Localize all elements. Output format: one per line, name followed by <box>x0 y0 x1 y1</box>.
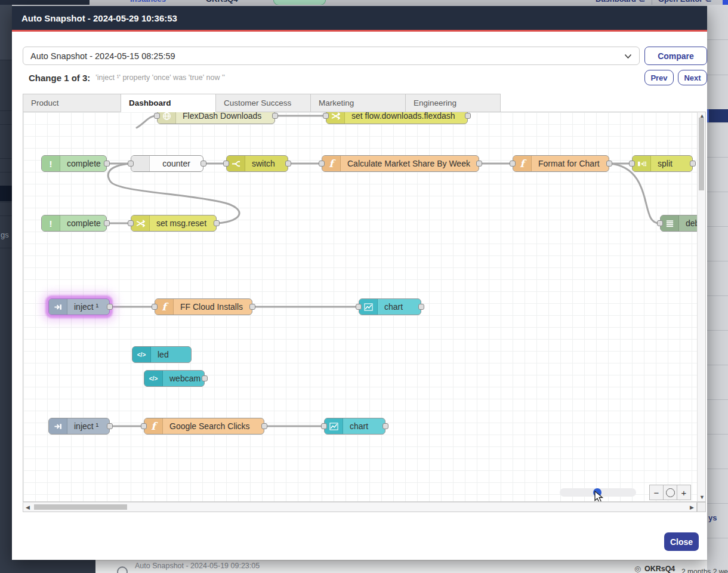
snapshot-compare-modal: Auto Snapshot - 2024-05-29 10:36:53 Auto… <box>12 6 707 560</box>
output-port[interactable] <box>418 304 424 310</box>
tab-marketing[interactable]: Marketing <box>310 94 406 112</box>
output-port[interactable] <box>200 161 206 167</box>
nav-instances-link[interactable]: Instances <box>130 0 166 4</box>
close-button[interactable]: Close <box>664 532 699 551</box>
tab-dashboard[interactable]: Dashboard <box>121 94 216 112</box>
vertical-scroll-thumb[interactable] <box>699 118 704 190</box>
next-button[interactable]: Next <box>678 70 707 85</box>
sidebar-footer <box>0 560 95 573</box>
circle-icon <box>666 488 675 497</box>
node-debug[interactable]: debug <box>660 215 697 232</box>
modal-title: Auto Snapshot - 2024-05-29 10:36:53 <box>12 13 177 23</box>
flow-tabs: Product Dashboard Customer Success Marke… <box>23 94 500 112</box>
open-editor-link[interactable]: Open Editor <box>658 0 711 4</box>
input-port[interactable] <box>657 220 663 226</box>
output-port[interactable] <box>261 423 267 429</box>
dashboard-link[interactable]: Dashboard <box>596 0 644 4</box>
inject-icon <box>49 299 67 315</box>
node-counter[interactable]: counter <box>131 155 203 172</box>
zoom-in-button[interactable]: + <box>677 485 691 500</box>
switch-icon <box>227 156 245 171</box>
node-complete-1[interactable]: ! complete <box>41 155 107 172</box>
tab-engineering[interactable]: Engineering <box>405 94 501 112</box>
output-port[interactable] <box>202 375 208 381</box>
output-port[interactable] <box>104 220 110 226</box>
zoom-reset-button[interactable] <box>663 485 677 500</box>
output-port[interactable] <box>249 304 255 310</box>
canvas-horizontal-scrollbar[interactable]: ◀ ▶ <box>23 502 697 512</box>
node-complete-2[interactable]: ! complete <box>41 215 107 232</box>
output-port[interactable] <box>107 423 113 429</box>
change-icon <box>326 112 345 124</box>
output-port[interactable] <box>285 161 291 167</box>
input-port[interactable] <box>128 161 134 167</box>
exclamation-icon: ! <box>42 215 60 231</box>
node-set-msg-reset[interactable]: set msg.reset <box>131 215 217 232</box>
output-port[interactable] <box>104 161 110 167</box>
topbar-dark-corner <box>0 0 90 5</box>
input-port[interactable] <box>223 161 229 167</box>
node-flexdash-downloads[interactable]: FlexDash Downloads <box>157 112 275 124</box>
input-port[interactable] <box>141 423 147 429</box>
node-chart-1[interactable]: chart <box>359 298 421 315</box>
node-led[interactable]: </> led <box>132 346 192 363</box>
tab-customer-success[interactable]: Customer Success <box>215 94 311 112</box>
change-detail: 'inject ¹' property 'once' was 'true' no… <box>95 73 224 82</box>
node-split[interactable]: split <box>632 155 693 172</box>
node-format-for-chart[interactable]: f Format for Chart <box>513 155 609 172</box>
output-port[interactable] <box>690 161 696 167</box>
scroll-right-arrow[interactable]: ▶ <box>690 505 694 510</box>
input-port[interactable] <box>321 423 327 429</box>
input-port[interactable] <box>319 161 325 167</box>
tab-product[interactable]: Product <box>23 94 121 112</box>
prev-button[interactable]: Prev <box>644 70 674 85</box>
output-port[interactable] <box>214 220 220 226</box>
node-webcam[interactable]: </> webcam <box>144 370 205 387</box>
zoom-out-button[interactable]: − <box>649 485 664 500</box>
compare-button[interactable]: Compare <box>644 47 707 65</box>
output-port[interactable] <box>107 304 113 310</box>
node-google-search-clicks[interactable]: f Google Search Clicks <box>144 418 264 435</box>
function-icon: f <box>144 418 163 434</box>
scroll-left-arrow[interactable]: ◀ <box>26 505 30 510</box>
node-chart-2[interactable]: chart <box>324 418 385 435</box>
input-port[interactable] <box>323 113 329 119</box>
output-port[interactable] <box>272 113 278 119</box>
chevron-down-icon <box>624 51 632 61</box>
canvas-vertical-scrollbar[interactable]: ▲ ▼ <box>697 112 706 502</box>
input-port[interactable] <box>510 161 516 167</box>
input-port[interactable] <box>128 220 134 226</box>
flow-canvas[interactable]: FlexDash Downloads set flow.downloads.fl… <box>23 112 697 502</box>
exclamation-icon: ! <box>42 156 60 171</box>
code-icon: </> <box>144 371 163 386</box>
node-calculate-market-share[interactable]: f Calculate Market Share By Week <box>322 155 479 172</box>
output-port[interactable] <box>606 161 612 167</box>
snapshot-row-age: 2 months 2 weeks 4 d <box>681 568 728 573</box>
input-port[interactable] <box>154 113 160 119</box>
code-icon: </> <box>132 347 151 362</box>
node-inject-2[interactable]: inject ¹ <box>48 418 110 435</box>
snapshot-list-row: Auto Snapshot - 2024-05-19 09:23:05 OKRs… <box>95 560 707 573</box>
debug-icon <box>661 215 679 231</box>
snapshot-select[interactable]: Auto Snapshot - 2024-05-15 08:25:59 <box>23 47 640 65</box>
output-port[interactable] <box>382 423 388 429</box>
top-navbar: Instances OKRsQ4 Dashboard Open Editor <box>0 0 728 5</box>
mouse-cursor <box>594 491 605 502</box>
horizontal-scroll-thumb[interactable] <box>34 504 127 510</box>
chart-icon <box>325 418 343 434</box>
output-port[interactable] <box>476 161 482 167</box>
node-set-flow-downloads[interactable]: set flow.downloads.flexdash <box>326 112 468 124</box>
instance-name: OKRsQ4 <box>206 0 237 4</box>
snapshot-row-instance: OKRsQ4 <box>634 564 675 573</box>
scrollbar-fragment <box>723 0 728 5</box>
node-switch[interactable]: switch <box>226 155 288 172</box>
chart-icon <box>359 299 378 315</box>
scroll-down-arrow[interactable]: ▼ <box>699 495 705 500</box>
node-inject-changed[interactable]: inject ¹ <box>48 298 110 315</box>
divider <box>652 0 652 5</box>
node-ff-cloud-installs[interactable]: f FF Cloud Installs <box>155 298 252 315</box>
input-port[interactable] <box>356 304 362 310</box>
output-port[interactable] <box>465 113 471 119</box>
input-port[interactable] <box>152 304 158 310</box>
input-port[interactable] <box>629 161 635 167</box>
